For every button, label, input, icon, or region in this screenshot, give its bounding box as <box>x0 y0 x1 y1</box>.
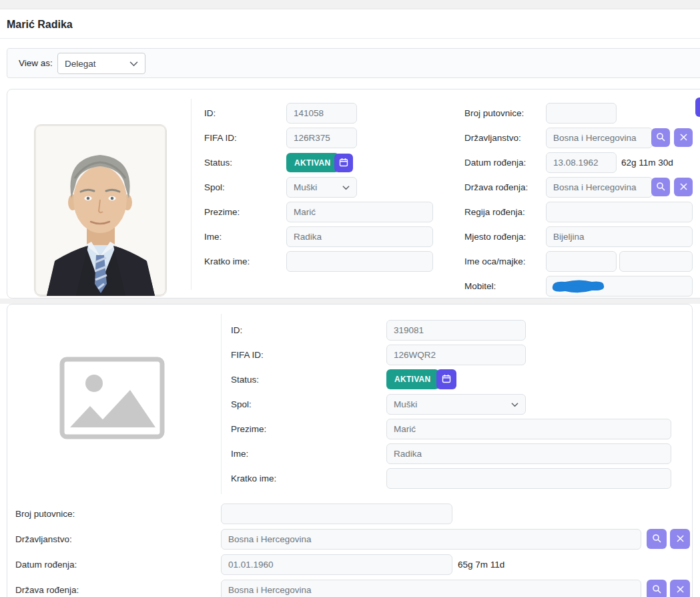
prezime-label: Prezime: <box>231 419 266 439</box>
spol-select-value: Muški <box>294 182 317 192</box>
ime-label: Ime: <box>231 443 248 464</box>
chevron-down-icon <box>129 61 138 67</box>
status-label: Status: <box>204 152 232 173</box>
image-placeholder-icon <box>59 357 165 439</box>
ime-oca-majke-label: Ime oca/majke: <box>464 251 526 272</box>
drzava-rodjenja-label: Država rođenja: <box>464 177 528 198</box>
drzavljanstvo-input[interactable] <box>221 529 641 550</box>
page-title: Marić Radika <box>7 19 73 31</box>
status-badge-button[interactable]: AKTIVAN <box>386 369 439 389</box>
broj-putovnice-label: Broj putovnice: <box>464 103 524 124</box>
drzavljanstvo-search-button[interactable] <box>647 529 667 549</box>
ime-input[interactable] <box>386 443 671 464</box>
profile-card-delegat: ID: FIFA ID: Status: AKTIVAN Spol: Muški… <box>7 89 700 298</box>
spol-select-value: Muški <box>394 399 417 409</box>
profile-photo <box>34 124 167 296</box>
calendar-icon <box>442 374 451 385</box>
prezime-input[interactable] <box>386 419 671 439</box>
regija-rodjenja-label: Regija rođenja: <box>464 202 525 222</box>
datum-rodjenja-label: Datum rođenja: <box>15 554 77 575</box>
panel-action-button[interactable] <box>695 97 700 117</box>
drzavljanstvo-label: Državljanstvo: <box>464 128 521 148</box>
status-history-button[interactable] <box>436 369 456 389</box>
profile-card-secondary: ID: FIFA ID: Status: AKTIVAN Spol: Muški… <box>7 304 693 597</box>
age-text: 65g 7m 11d <box>458 554 504 575</box>
fifa-id-label: FIFA ID: <box>204 128 237 148</box>
search-icon <box>656 132 665 144</box>
drzava-rodjenja-search-button[interactable] <box>647 580 667 597</box>
kratko-ime-label: Kratko ime: <box>204 251 250 272</box>
view-as-label: View as: <box>19 49 53 77</box>
x-icon <box>677 534 684 544</box>
status-history-button[interactable] <box>334 154 353 172</box>
x-icon <box>677 585 684 595</box>
panel-gap <box>0 298 700 304</box>
drzavljanstvo-input[interactable] <box>546 128 653 148</box>
id-input[interactable] <box>386 320 526 341</box>
status-label: Status: <box>231 369 259 390</box>
datum-rodjenja-input[interactable] <box>221 554 452 575</box>
view-as-bar: View as: Delegat <box>7 48 700 78</box>
mobitel-label: Mobitel: <box>464 276 496 296</box>
fifa-id-input[interactable] <box>286 128 357 148</box>
x-icon <box>680 182 687 192</box>
broj-putovnice-input[interactable] <box>221 504 452 524</box>
id-input[interactable] <box>286 103 357 124</box>
drzava-rodjenja-input[interactable] <box>546 177 653 198</box>
ime-oca-input[interactable] <box>546 251 617 272</box>
kratko-ime-input[interactable] <box>386 468 671 489</box>
view-as-select[interactable]: Delegat <box>57 53 145 74</box>
ime-input[interactable] <box>286 226 433 247</box>
column-divider <box>191 99 192 290</box>
drzava-rodjenja-label: Država rođenja: <box>15 580 79 597</box>
datum-rodjenja-label: Datum rođenja: <box>464 152 526 173</box>
datum-rodjenja-input[interactable] <box>546 152 617 173</box>
x-icon <box>680 133 687 143</box>
mjesto-rodjenja-label: Mjesto rođenja: <box>464 226 526 247</box>
search-icon <box>652 534 661 545</box>
broj-putovnice-label: Broj putovnice: <box>15 504 75 524</box>
ime-majke-input[interactable] <box>619 251 693 272</box>
kratko-ime-input[interactable] <box>286 251 433 272</box>
prezime-label: Prezime: <box>204 202 240 222</box>
drzavljanstvo-label: Državljanstvo: <box>15 529 72 550</box>
kratko-ime-label: Kratko ime: <box>231 468 276 489</box>
id-label: ID: <box>204 103 216 124</box>
top-strip <box>0 0 700 9</box>
fifa-id-label: FIFA ID: <box>231 345 264 365</box>
broj-putovnice-input[interactable] <box>546 103 617 124</box>
drzavljanstvo-clear-button[interactable] <box>674 128 693 147</box>
regija-rodjenja-input[interactable] <box>546 202 693 222</box>
chevron-down-icon <box>342 185 350 190</box>
search-icon <box>652 584 661 596</box>
search-icon <box>656 182 665 193</box>
spol-label: Spol: <box>204 177 225 198</box>
title-divider <box>0 38 700 39</box>
prezime-input[interactable] <box>286 202 433 222</box>
spol-select[interactable]: Muški <box>286 177 357 198</box>
mjesto-rodjenja-input[interactable] <box>546 226 693 247</box>
drzava-rodjenja-clear-button[interactable] <box>670 580 690 597</box>
spol-label: Spol: <box>231 394 252 415</box>
view-as-select-value: Delegat <box>65 59 96 69</box>
ime-label: Ime: <box>204 226 222 247</box>
spol-select[interactable]: Muški <box>386 394 526 415</box>
drzavljanstvo-search-button[interactable] <box>651 128 670 147</box>
status-badge-button[interactable]: AKTIVAN <box>286 153 339 172</box>
calendar-icon <box>339 158 348 169</box>
drzava-rodjenja-clear-button[interactable] <box>674 178 693 196</box>
mobitel-input[interactable] <box>546 276 693 296</box>
drzavljanstvo-clear-button[interactable] <box>670 529 690 549</box>
chevron-down-icon <box>511 402 518 407</box>
id-label: ID: <box>231 320 242 341</box>
drzava-rodjenja-input[interactable] <box>221 580 641 597</box>
column-divider <box>221 314 222 494</box>
profile-page: Marić Radika View as: Delegat <box>0 0 700 597</box>
age-text: 62g 11m 30d <box>621 152 673 173</box>
drzava-rodjenja-search-button[interactable] <box>651 178 670 196</box>
fifa-id-input[interactable] <box>386 345 526 365</box>
